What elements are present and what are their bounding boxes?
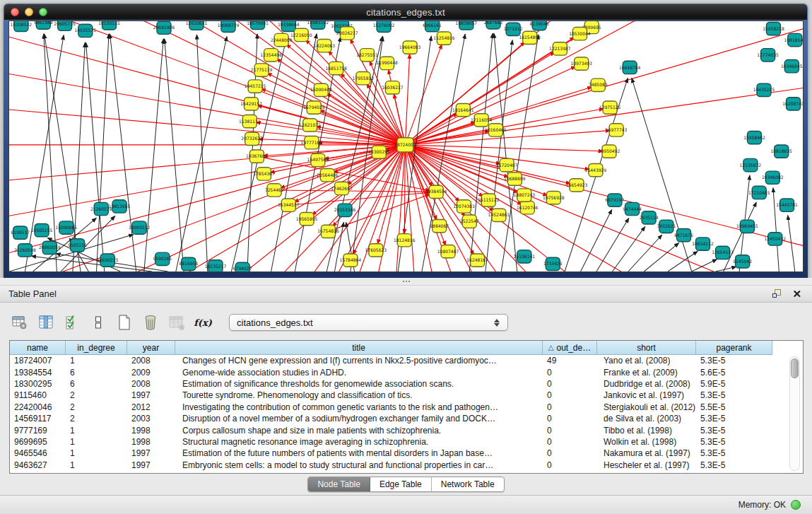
memory-status-icon[interactable] <box>791 500 801 510</box>
table-row[interactable]: 1456911722003Disruption of a novel membe… <box>10 413 803 424</box>
table-row[interactable]: 1938455462009Genome-wide association stu… <box>10 366 803 378</box>
table-cell[interactable]: 6 <box>66 378 127 390</box>
table-cell[interactable]: Investigating the contribution of common… <box>175 402 543 413</box>
panel-divider[interactable] <box>0 278 812 286</box>
table-cell[interactable]: 14569117 <box>10 413 66 424</box>
column-header-out_de[interactable]: △out_de… <box>543 341 597 355</box>
table-row[interactable]: 969969511998Structural magnetic resonanc… <box>10 436 803 448</box>
panel-resize-grip-icon[interactable] <box>402 280 411 283</box>
table-cell[interactable]: 19384554 <box>10 366 66 378</box>
table-cell[interactable]: 2 <box>66 390 127 401</box>
table-cell[interactable]: de Silva et al. (2003) <box>597 413 696 424</box>
table-cell[interactable]: 5.3E-5 <box>696 436 772 448</box>
table-cell[interactable]: Hescheler et al. (1997) <box>597 460 696 471</box>
table-cell[interactable]: 0 <box>543 448 597 459</box>
table-cell[interactable]: Jankovic et al. (1997) <box>597 390 696 401</box>
table-cell[interactable]: 2008 <box>127 378 175 390</box>
table-cell[interactable]: Stergiakouli et al. (2012) <box>597 402 696 413</box>
table-cell[interactable]: 1997 <box>127 390 175 401</box>
table-cell[interactable]: Estimation of the future numbers of pati… <box>175 448 543 459</box>
table-cell[interactable]: 5.5E-5 <box>696 402 772 413</box>
column-header-in_degree[interactable]: in_degree <box>66 341 127 355</box>
table-settings-icon[interactable] <box>10 313 30 332</box>
table-cell[interactable]: 5.3E-5 <box>696 424 772 436</box>
network-canvas[interactable]: 1620853298619882060573514035575101501152… <box>9 21 803 271</box>
table-cell[interactable]: 2 <box>66 413 127 424</box>
create-table-icon[interactable] <box>114 313 134 332</box>
table-cell[interactable]: 0 <box>543 413 597 424</box>
table-cell[interactable]: 0 <box>543 366 597 378</box>
table-row[interactable]: 946362711997Embryonic stem cells: a mode… <box>10 460 803 471</box>
table-cell[interactable]: 1 <box>66 448 127 459</box>
table-cell[interactable]: 1 <box>66 355 127 366</box>
table-cell[interactable]: 2003 <box>127 413 175 424</box>
table-cell[interactable]: Genome-wide association studies in ADHD. <box>175 366 543 378</box>
table-cell[interactable]: Franke et al. (2009) <box>597 366 696 378</box>
select-columns-icon[interactable] <box>62 313 82 332</box>
row-options-icon[interactable] <box>88 313 108 332</box>
table-cell[interactable]: 1997 <box>127 448 175 459</box>
table-cell[interactable]: Wolkin et al. (1998) <box>597 436 696 448</box>
table-row[interactable]: 1872400712008Changes of HCN gene express… <box>10 355 803 366</box>
window-titlebar[interactable]: citations_edges.txt <box>4 4 807 20</box>
table-cell[interactable]: Changes of HCN gene expression and I(f) … <box>175 355 543 366</box>
tab-edge-table[interactable]: Edge Table <box>370 477 432 491</box>
zoom-window-icon[interactable] <box>39 8 47 16</box>
table-cell[interactable]: 6 <box>66 366 127 378</box>
close-panel-icon[interactable]: ✕ <box>792 289 801 298</box>
table-row[interactable]: 2242004622012Investigating the contribut… <box>10 402 803 413</box>
table-cell[interactable]: Tourette syndrome. Phenomenology and cla… <box>175 390 543 401</box>
table-row[interactable]: 911546021997Tourette syndrome. Phenomeno… <box>10 390 803 401</box>
table-cell[interactable]: 1 <box>66 460 127 471</box>
table-cell[interactable]: 1 <box>66 424 127 436</box>
scrollbar-thumb[interactable] <box>791 358 799 378</box>
table-cell[interactable]: 5.6E-5 <box>696 366 772 378</box>
tab-node-table[interactable]: Node Table <box>308 477 370 491</box>
table-vertical-scrollbar[interactable] <box>789 356 800 471</box>
show-columns-icon[interactable] <box>36 313 56 332</box>
table-cell[interactable]: 0 <box>543 460 597 471</box>
table-cell[interactable]: 1998 <box>127 436 175 448</box>
table-cell[interactable]: Dudbridge et al. (2008) <box>597 378 696 390</box>
citation-network-graph[interactable]: 1620853298619882060573514035575101501152… <box>9 21 803 271</box>
column-header-name[interactable]: name <box>10 341 66 355</box>
table-cell[interactable]: 9777169 <box>10 424 66 436</box>
table-cell[interactable]: 0 <box>543 402 597 413</box>
column-header-short[interactable]: short <box>597 341 696 355</box>
table-cell[interactable]: Nakamura et al. (1997) <box>597 448 696 459</box>
table-cell[interactable]: 49 <box>543 355 597 366</box>
tab-network-table[interactable]: Network Table <box>432 477 504 491</box>
close-window-icon[interactable] <box>11 8 19 16</box>
table-cell[interactable]: 5.9E-5 <box>696 378 772 390</box>
float-panel-icon[interactable] <box>772 289 782 298</box>
table-cell[interactable]: 2 <box>66 402 127 413</box>
table-cell[interactable]: Corpus callosum shape and size in male p… <box>175 424 543 436</box>
table-cell[interactable]: 0 <box>543 378 597 390</box>
table-cell[interactable]: Disruption of a novel member of a sodium… <box>175 413 543 424</box>
table-cell[interactable]: 9463627 <box>10 460 66 471</box>
delete-table-icon[interactable] <box>141 313 160 332</box>
table-cell[interactable]: 22420046 <box>10 402 66 413</box>
minimize-window-icon[interactable] <box>25 8 33 16</box>
table-cell[interactable]: 0 <box>543 436 597 448</box>
table-row[interactable]: 946554611997Estimation of the future num… <box>10 448 803 459</box>
table-cell[interactable]: 2012 <box>127 402 175 413</box>
table-cell[interactable]: 9699695 <box>10 436 66 448</box>
table-cell[interactable]: 5.3E-5 <box>696 355 772 366</box>
table-cell[interactable]: 5.3E-5 <box>696 448 772 459</box>
table-cell[interactable]: 5.3E-5 <box>696 390 772 401</box>
table-cell[interactable]: 9115460 <box>10 390 66 401</box>
table-cell[interactable]: Yano et al. (2008) <box>597 355 696 366</box>
table-cell[interactable]: 0 <box>543 390 597 401</box>
table-selector-dropdown[interactable]: citations_edges.txt <box>229 314 508 331</box>
column-header-pagerank[interactable]: pagerank <box>696 341 772 355</box>
table-cell[interactable]: 18724007 <box>10 355 66 366</box>
table-cell[interactable]: 2009 <box>127 366 175 378</box>
function-builder-icon[interactable]: f(x) <box>193 313 213 332</box>
table-cell[interactable]: Estimation of significance thresholds fo… <box>175 378 543 390</box>
table-cell[interactable]: 0 <box>543 424 597 436</box>
table-cell[interactable]: 9465546 <box>10 448 66 459</box>
table-cell[interactable]: 5.3E-5 <box>696 460 772 471</box>
table-cell[interactable]: 1 <box>66 436 127 448</box>
table-cell[interactable]: 1998 <box>127 424 175 436</box>
